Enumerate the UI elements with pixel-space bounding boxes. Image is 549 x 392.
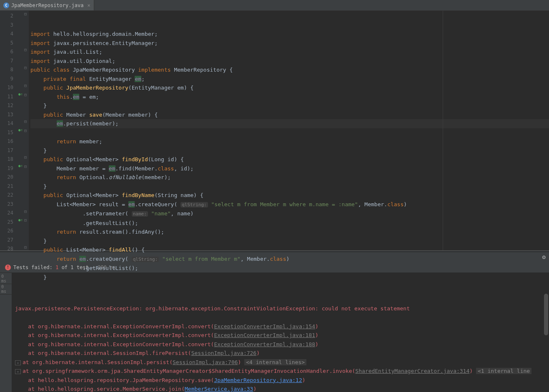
console-output[interactable]: javax.persistence.PersistenceException: …	[12, 273, 549, 392]
fold-icon[interactable]: ⊟	[24, 47, 27, 52]
stack-link[interactable]: SessionImpl.java:726	[191, 350, 257, 356]
fail-icon: !	[5, 265, 11, 270]
right-margin-line	[443, 11, 443, 250]
fold-icon[interactable]: ⊟	[24, 155, 27, 160]
override-marker-icon[interactable]: ●↑	[18, 92, 23, 96]
close-icon[interactable]: ×	[87, 2, 90, 8]
folded-frames[interactable]: <4 internal lines>	[244, 359, 306, 365]
override-marker-icon[interactable]: ●↑	[18, 218, 23, 222]
fold-icon[interactable]: ⊟	[24, 218, 27, 222]
vertical-scrollbar[interactable]	[544, 294, 548, 335]
fold-icon[interactable]: ⊟	[24, 119, 27, 124]
marker-gutter: ●↑ ●↑ ●↑ ●↑	[18, 11, 24, 250]
java-class-icon: C	[3, 2, 9, 8]
fold-icon[interactable]: ⊟	[24, 92, 27, 97]
code-area[interactable]: import hello.hellospring.domain.Member; …	[29, 11, 549, 250]
stack-link[interactable]: ExceptionConverterImpl.java:188	[214, 341, 315, 347]
override-marker-icon[interactable]: ●↑	[18, 164, 23, 168]
tab-bar: C JpaMemberRepository.java ×	[0, 0, 549, 11]
fold-icon[interactable]: ⊟	[24, 245, 27, 250]
fold-icon[interactable]: ⊟	[24, 164, 27, 169]
fold-icon[interactable]: ⊟	[24, 209, 27, 214]
line-gutter: 2345678910111213141516171819202122232425…	[0, 11, 18, 250]
stack-link[interactable]: ExceptionConverterImpl.java:181	[214, 332, 315, 338]
fold-icon[interactable]: ⊟	[24, 65, 27, 70]
tab-filename: JpaMemberRepository.java	[11, 2, 83, 8]
stack-link[interactable]: SessionImpl.java:706	[173, 359, 238, 365]
editor-tab[interactable]: C JpaMemberRepository.java ×	[0, 0, 94, 10]
console-panel: 0 ms 0 ms javax.persistence.PersistenceE…	[0, 273, 549, 392]
stack-link[interactable]: MemberService.java:33	[185, 386, 253, 392]
override-marker-icon[interactable]: ●↑	[18, 128, 23, 132]
fold-icon[interactable]: ⊟	[24, 12, 27, 16]
expand-icon[interactable]: +	[15, 360, 21, 365]
stack-link[interactable]: ExceptionConverterImpl.java:154	[214, 323, 315, 330]
expand-icon[interactable]: +	[15, 369, 21, 374]
exception-message: javax.persistence.PersistenceException: …	[15, 305, 410, 312]
stack-link[interactable]: JpaMemberRepository.java:12	[214, 377, 302, 383]
fold-icon[interactable]: ⊟	[24, 83, 27, 88]
fold-icon[interactable]: ⊟	[24, 128, 27, 133]
console-timing: 0 ms 0 ms	[0, 273, 12, 392]
fold-gutter: ⊟ ⊟ ⊟ ⊟ ⊟ ⊟ ⊟ ⊟ ⊟ ⊟ ⊟ ⊟	[24, 11, 29, 250]
folded-frames[interactable]: <1 internal line	[476, 368, 531, 374]
code-editor[interactable]: 2345678910111213141516171819202122232425…	[0, 11, 549, 250]
stack-link[interactable]: SharedEntityManagerCreator.java:314	[355, 368, 469, 374]
